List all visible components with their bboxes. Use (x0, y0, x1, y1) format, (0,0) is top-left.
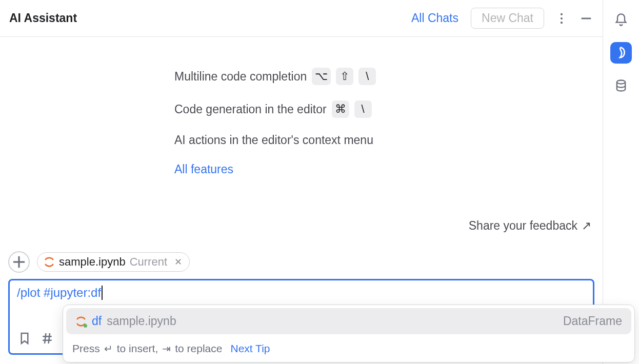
key-backslash: \ (354, 100, 372, 118)
context-chip[interactable]: sample.ipynb Current ✕ (37, 252, 190, 272)
svg-line-8 (45, 333, 46, 343)
enter-key-icon: ↵ (104, 342, 113, 355)
next-tip-link[interactable]: Next Tip (230, 342, 270, 355)
jupyter-icon (75, 316, 87, 327)
feature-actions: AI actions in the editor's context menu (174, 133, 603, 147)
external-arrow-icon: ↗ (582, 219, 591, 232)
ai-assistant-icon[interactable] (610, 42, 632, 64)
database-icon[interactable] (610, 75, 632, 96)
all-features-link[interactable]: All features (174, 163, 233, 176)
feature-label: Multiline code completion (174, 70, 307, 84)
add-context-button[interactable] (8, 251, 30, 273)
svg-point-2 (561, 22, 563, 24)
completion-file: sample.ipynb (107, 314, 176, 328)
feedback-label: Share your feedback (469, 219, 577, 232)
share-feedback-link[interactable]: Share your feedback↗ (0, 219, 603, 245)
tab-key-icon: ⇥ (162, 342, 171, 355)
features-list: Multiline code completion ⌥ ⇧ \ Code gen… (0, 37, 603, 219)
hash-icon[interactable] (39, 331, 55, 346)
panel-title: AI Assistant (9, 11, 77, 25)
close-icon[interactable]: ✕ (174, 256, 182, 268)
completion-hint: Press ↵ to insert, ⇥ to replace Next Tip (63, 337, 634, 362)
feature-label: AI actions in the editor's context menu (174, 133, 373, 147)
svg-point-10 (617, 80, 625, 84)
notifications-icon[interactable] (610, 9, 632, 31)
text-cursor (102, 286, 103, 300)
more-icon[interactable] (554, 11, 569, 26)
key-shift: ⇧ (336, 68, 353, 85)
svg-line-9 (49, 333, 50, 343)
header: AI Assistant All Chats New Chat (0, 0, 603, 37)
hint-replace: to replace (175, 342, 222, 355)
completion-type: DataFrame (563, 314, 622, 328)
svg-point-1 (561, 17, 563, 19)
completion-popup: df sample.ipynb DataFrame Press ↵ to ins… (63, 305, 635, 362)
bookmark-icon[interactable] (17, 331, 32, 346)
key-command: ⌘ (332, 100, 349, 118)
all-chats-link[interactable]: All Chats (411, 11, 458, 25)
feature-codegen: Code generation in the editor ⌘ \ (174, 100, 603, 118)
feature-multiline: Multiline code completion ⌥ ⇧ \ (174, 68, 603, 85)
key-backslash: \ (358, 68, 376, 85)
typed-text: /plot #jupyter:df (17, 286, 101, 300)
new-chat-button[interactable]: New Chat (471, 8, 544, 29)
feature-label: Code generation in the editor (174, 103, 327, 116)
context-filename: sample.ipynb (59, 255, 126, 269)
completion-name: df (92, 314, 102, 328)
jupyter-icon (44, 256, 55, 268)
key-option: ⌥ (312, 68, 331, 85)
minimize-icon[interactable] (579, 11, 593, 26)
completion-item[interactable]: df sample.ipynb DataFrame (66, 308, 631, 334)
svg-point-0 (561, 13, 563, 15)
hint-press: Press (72, 342, 100, 355)
context-current-label: Current (130, 255, 167, 269)
hint-insert: to insert, (117, 342, 158, 355)
